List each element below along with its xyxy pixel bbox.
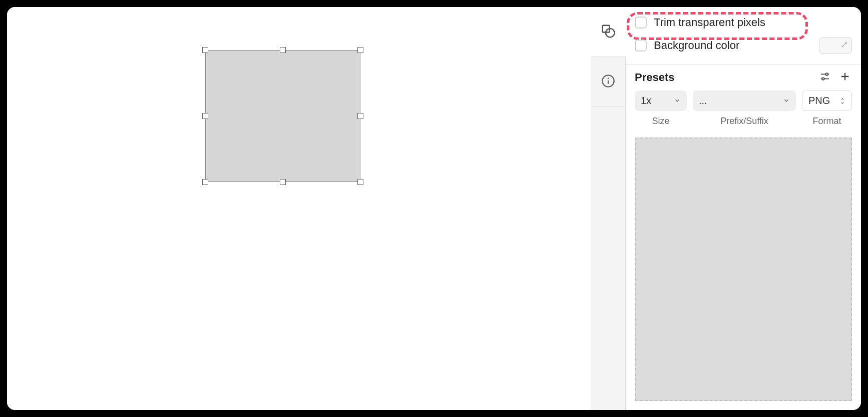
stepper-arrows-icon [839, 97, 845, 105]
chevron-down-icon [674, 95, 681, 106]
add-preset-button[interactable] [838, 70, 852, 84]
section-divider [626, 64, 861, 64]
option-background-color-row: Background color [626, 33, 861, 58]
format-dropdown[interactable]: PNG [802, 90, 852, 111]
presets-title: Presets [635, 71, 812, 84]
prefix-suffix-dropdown[interactable]: ... [693, 90, 796, 111]
app-frame: Trim transparent pixels Background color… [7, 7, 861, 410]
option-trim-transparent-row: Trim transparent pixels [626, 12, 861, 33]
background-color-checkbox[interactable] [635, 40, 647, 52]
canvas-area[interactable] [7, 7, 591, 410]
tab-export[interactable] [591, 7, 626, 57]
plus-icon [839, 71, 850, 84]
tab-info[interactable] [591, 57, 626, 107]
resize-handle-top-center[interactable] [280, 47, 286, 53]
presets-header: Presets [626, 66, 861, 90]
resize-handle-top-right[interactable] [357, 47, 363, 53]
trim-transparent-checkbox[interactable] [635, 16, 647, 28]
chevron-down-icon [783, 95, 790, 106]
resize-handle-bottom-left[interactable] [202, 179, 208, 185]
format-caption: Format [802, 116, 852, 126]
inspector-panel: Trim transparent pixels Background color… [626, 7, 861, 410]
svg-point-4 [608, 78, 609, 79]
resize-handle-bottom-right[interactable] [357, 179, 363, 185]
inspector-tab-strip [591, 7, 626, 410]
format-dropdown-value: PNG [808, 95, 839, 106]
selected-layer-rect[interactable] [205, 50, 360, 182]
info-icon [601, 74, 615, 90]
prefix-suffix-value: ... [699, 95, 783, 106]
svg-point-6 [825, 73, 828, 76]
background-color-swatch[interactable] [819, 37, 852, 54]
svg-point-8 [822, 78, 824, 80]
resize-handle-middle-right[interactable] [357, 113, 363, 119]
resize-handle-bottom-center[interactable] [280, 179, 286, 185]
size-caption: Size [635, 116, 687, 126]
preset-row: 1x ... PNG [626, 90, 861, 114]
trim-transparent-label: Trim transparent pixels [654, 16, 765, 29]
resize-handle-top-left[interactable] [202, 47, 208, 53]
export-preview [635, 138, 852, 401]
prefix-suffix-caption: Prefix/Suffix [693, 116, 796, 126]
size-dropdown[interactable]: 1x [635, 90, 687, 111]
background-color-label: Background color [654, 39, 739, 52]
size-dropdown-value: 1x [641, 95, 674, 106]
resize-handle-middle-left[interactable] [202, 113, 208, 119]
presets-settings-button[interactable] [818, 70, 832, 84]
shapes-overlap-icon [601, 24, 616, 40]
preset-captions: Size Prefix/Suffix Format [626, 114, 861, 134]
eyedropper-icon [840, 40, 848, 50]
sliders-icon [819, 71, 830, 84]
